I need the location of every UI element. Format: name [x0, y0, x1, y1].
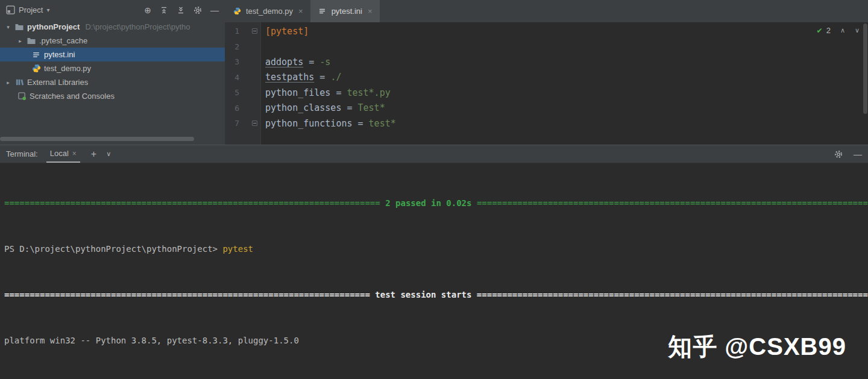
tree-item-scratches[interactable]: Scratches and Consoles	[0, 89, 225, 103]
tab-label: pytest.ini	[332, 7, 362, 16]
vertical-scrollbar[interactable]	[863, 23, 867, 114]
terminal-text: pytest	[222, 244, 253, 254]
code-text: =	[314, 72, 330, 83]
terminal-text: PS D:\project\pythonProject\pythonProjec…	[4, 244, 222, 254]
code-text: =	[341, 102, 357, 113]
previous-problem-icon[interactable]: ∧	[840, 27, 845, 34]
line-number: 3	[225, 54, 260, 70]
terminal-header: Terminal: Local × + ∨ —	[0, 145, 868, 163]
code-area[interactable]: [pytest] addopts = -s testpaths = ./ pyt…	[261, 22, 868, 145]
hide-panel-icon[interactable]: —	[854, 149, 862, 159]
watermark: 知乎 @CSXB99	[668, 330, 846, 363]
code-text: python_functions	[265, 118, 353, 129]
passed-count: 2	[826, 26, 831, 35]
line-number: 7	[225, 116, 260, 131]
terminal-text: ========================================…	[4, 198, 380, 208]
python-file-icon	[31, 64, 41, 74]
terminal-text: ========================================…	[4, 290, 868, 299]
code-text: -s	[319, 57, 330, 67]
code-line: python_functions = test*	[265, 116, 868, 131]
line-number: 5	[225, 85, 260, 101]
close-icon[interactable]: ×	[72, 149, 77, 158]
close-icon[interactable]: ×	[368, 7, 373, 16]
terminal-tab-local[interactable]: Local ×	[46, 145, 80, 163]
new-session-icon[interactable]: +	[91, 149, 96, 160]
tree-item-external-libraries[interactable]: ▸ External Libraries	[0, 75, 225, 89]
editor-gutter: 1 2 3 4 5 6 7	[225, 22, 261, 145]
locate-file-icon[interactable]: ⊕	[144, 6, 151, 14]
tree-item-label: pytest.ini	[44, 50, 75, 59]
hide-panel-icon[interactable]: —	[210, 6, 219, 14]
code-text: python_classes	[265, 102, 341, 113]
tree-item-label: .pytest_cache	[39, 36, 87, 45]
check-icon: ✔	[817, 27, 823, 35]
line-number: 1	[225, 23, 260, 39]
code-text: [pytest]	[265, 26, 309, 37]
collapse-all-icon[interactable]	[160, 6, 168, 14]
tree-item-label: pythonProject	[27, 22, 80, 31]
scratches-icon	[17, 92, 27, 101]
code-text: python_files	[265, 87, 330, 98]
libraries-icon	[14, 78, 24, 87]
terminal-text: ========================================…	[477, 198, 868, 208]
tree-item-pytest-cache[interactable]: ▸ .pytest_cache	[0, 34, 225, 48]
editor-body[interactable]: 1 2 3 4 5 6 7 [pytest] addopts = -s test…	[225, 22, 868, 145]
code-text: =	[303, 57, 319, 67]
code-text: =	[353, 118, 369, 129]
fold-marker-icon[interactable]	[252, 121, 257, 126]
code-text: addopts	[265, 57, 303, 67]
project-panel-header: Project ▾ ⊕ —	[0, 0, 225, 20]
code-text: =	[330, 87, 347, 98]
code-text: ./	[330, 72, 341, 83]
tree-item-python-project[interactable]: ▾ pythonProject D:\project\pythonProject…	[0, 20, 225, 34]
chevron-expanded-icon[interactable]: ▾	[5, 24, 11, 30]
project-panel: Project ▾ ⊕ —	[0, 0, 225, 145]
code-line: python_classes = Test*	[265, 101, 868, 116]
ini-file-icon	[318, 7, 327, 16]
tree-item-path: D:\project\pythonProject\pytho	[85, 22, 190, 31]
folder-icon	[27, 36, 36, 46]
code-text: test*.py	[347, 87, 390, 98]
code-line: [pytest]	[265, 23, 868, 39]
horizontal-scrollbar[interactable]	[0, 137, 194, 141]
terminal-line: ========================================…	[4, 196, 864, 211]
terminal-line: ========================================…	[4, 287, 864, 302]
project-toolbar: ⊕ —	[144, 6, 219, 14]
code-line: python_files = test*.py	[265, 85, 868, 101]
line-number: 2	[225, 39, 260, 55]
tree-item-pytest-ini[interactable]: pytest.ini	[0, 48, 225, 61]
tab-pytest-ini[interactable]: pytest.ini ×	[310, 0, 380, 22]
terminal-text: 2 passed in 0.02s	[380, 198, 477, 208]
next-problem-icon[interactable]: ∨	[855, 27, 860, 34]
chevron-collapsed-icon[interactable]: ▸	[17, 38, 24, 44]
tree-item-label: External Libraries	[27, 78, 88, 87]
code-line	[265, 39, 868, 55]
terminal-line: PS D:\project\pythonProject\pythonProjec…	[4, 242, 864, 257]
tree-item-test-demo[interactable]: test_demo.py	[0, 61, 225, 75]
tree-item-label: test_demo.py	[44, 64, 91, 73]
fold-marker-icon[interactable]	[252, 28, 257, 34]
chevron-collapsed-icon[interactable]: ▸	[5, 80, 11, 86]
code-text: test*	[369, 118, 396, 129]
project-panel-title[interactable]: Project	[19, 5, 43, 14]
expand-all-icon[interactable]	[177, 6, 185, 14]
line-number: 4	[225, 70, 260, 86]
chevron-down-icon[interactable]: ∨	[106, 150, 111, 158]
code-text: testpaths	[265, 72, 314, 83]
tab-label: test_demo.py	[246, 7, 293, 16]
settings-gear-icon[interactable]	[834, 150, 843, 158]
close-icon[interactable]: ×	[298, 7, 303, 16]
settings-gear-icon[interactable]	[193, 6, 202, 14]
chevron-down-icon[interactable]: ▾	[46, 7, 49, 13]
terminal-actions: —	[834, 149, 862, 159]
terminal-text: platform win32 -- Python 3.8.5, pytest-8…	[4, 336, 299, 345]
code-line: addopts = -s	[265, 54, 868, 70]
top-area: Project ▾ ⊕ —	[0, 0, 868, 145]
tree-item-label: Scratches and Consoles	[30, 92, 115, 101]
editor-tab-bar: test_demo.py × pytest.ini ×	[225, 0, 868, 22]
project-tool-window-icon	[6, 5, 15, 14]
line-number: 6	[225, 101, 260, 116]
code-line: testpaths = ./	[265, 70, 868, 86]
inspection-widget[interactable]: ✔ 2 ∧ ∨	[817, 26, 860, 35]
tab-test-demo-py[interactable]: test_demo.py ×	[225, 0, 310, 22]
